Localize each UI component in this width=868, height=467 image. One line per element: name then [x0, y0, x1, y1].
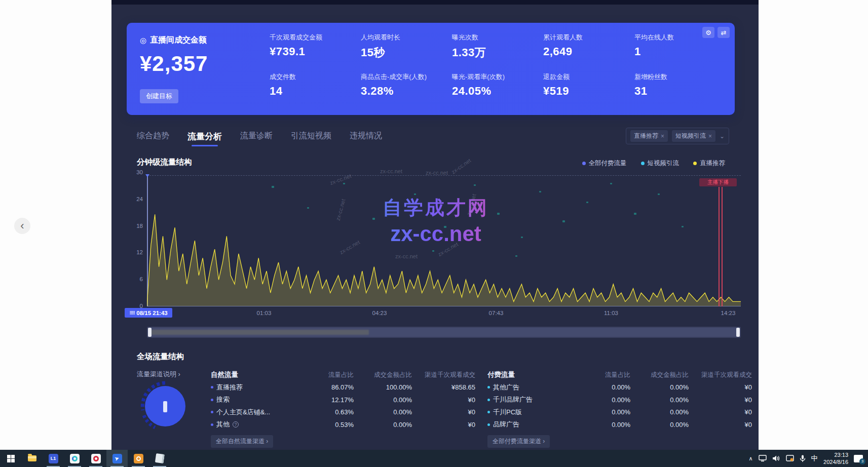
- tray-expand-chevron-icon[interactable]: ∧: [749, 455, 753, 462]
- tab-traffic-diagnosis[interactable]: 流量诊断: [240, 131, 273, 146]
- video-artifact-speck: [272, 186, 274, 188]
- table-row[interactable]: 搜索 12.17% 0.00% ¥0: [211, 394, 475, 406]
- taskbar-app-l1[interactable]: L1: [43, 450, 64, 467]
- metric: 千次观看成交金额¥739.1: [270, 33, 361, 60]
- teal-app-icon: [70, 454, 80, 463]
- taskbar-app-teal[interactable]: [64, 450, 85, 467]
- table-group-header: 自然流量: [211, 370, 298, 379]
- metric: 曝光次数1.33万: [452, 33, 543, 60]
- table-row[interactable]: 品牌广告 0.00% 0.00% ¥0: [487, 418, 752, 431]
- slider-right-handle[interactable]: [736, 328, 740, 337]
- taskbar-file-explorer[interactable]: [21, 450, 43, 467]
- tab-short-video[interactable]: 引流短视频: [291, 131, 331, 146]
- minute-section-title: 分钟级流量结构: [137, 157, 192, 168]
- video-artifact-speck: [682, 226, 684, 227]
- video-artifact-speck: [444, 226, 446, 228]
- tab-overall-trend[interactable]: 综合趋势: [137, 131, 169, 146]
- series-dot: [211, 386, 213, 388]
- gmv-main-value: ¥2,357: [140, 52, 208, 76]
- slider-left-handle[interactable]: [148, 328, 152, 337]
- minute-traffic-chart[interactable]: [147, 172, 741, 306]
- x-axis-tick: 04:23: [362, 310, 397, 316]
- taskbar-app-orange[interactable]: [128, 450, 149, 467]
- carousel-prev-button[interactable]: ‹: [14, 218, 30, 234]
- legend-item-live-recommend[interactable]: 直播推荐: [693, 159, 725, 168]
- video-artifact-speck: [343, 183, 345, 184]
- stream-end-marker-badge[interactable]: 主播下播: [699, 178, 737, 186]
- legend-dot: [641, 162, 645, 165]
- all-natural-channels-link[interactable]: 全部自然流量渠道 ›: [211, 435, 273, 448]
- close-icon[interactable]: ×: [661, 133, 664, 140]
- legend-item-paid[interactable]: 全部付费流量: [582, 159, 627, 168]
- filter-tag-label: 短视频引流: [675, 132, 706, 140]
- metric: 成交件数14: [270, 72, 361, 98]
- x-axis-tick: 07:43: [478, 310, 514, 316]
- windows-logo-icon: [7, 455, 15, 462]
- filter-tag-label: 直播推荐: [634, 132, 658, 140]
- target-icon: ◎: [140, 36, 146, 45]
- filter-tag[interactable]: 短视频引流 ×: [672, 130, 715, 142]
- legend-item-short-video[interactable]: 短视频引流: [641, 159, 680, 168]
- y-axis-ticks: 3024 1812 60: [126, 169, 143, 309]
- taskbar-app-live-companion[interactable]: ➤: [106, 450, 128, 467]
- ime-language-indicator[interactable]: 中: [811, 454, 818, 463]
- table-row[interactable]: 直播推荐 86.07% 100.00% ¥858.65: [211, 381, 475, 394]
- legend-dot: [693, 162, 697, 165]
- tab-violations[interactable]: 违规情况: [350, 131, 382, 146]
- screen: ‹ ◎ 直播间成交金额 ¥2,357 创建目标 ⚙ ⇄ 千次观看成交金额¥739…: [0, 0, 868, 467]
- orange-app-icon: [134, 454, 143, 463]
- page-app-icon: [155, 453, 164, 463]
- microphone-icon[interactable]: [800, 455, 806, 462]
- snip-tool-icon[interactable]: [786, 455, 794, 462]
- network-icon[interactable]: [759, 455, 767, 462]
- chevron-down-icon[interactable]: ⌄: [720, 133, 725, 140]
- series-dot: [487, 399, 490, 401]
- channel-explain-link[interactable]: 流量渠道说明 ›: [137, 370, 180, 379]
- window-top-strip: [111, 0, 759, 5]
- filter-tag[interactable]: 直播推荐 ×: [630, 130, 668, 142]
- chart-legend: 全部付费流量 短视频引流 直播推荐: [582, 159, 726, 168]
- table-row[interactable]: 其他广告 0.00% 0.00% ¥0: [487, 381, 752, 394]
- speaker-icon[interactable]: [772, 455, 780, 462]
- metric: 平均在线人数1: [634, 33, 726, 60]
- l1-app-icon: L1: [49, 454, 58, 463]
- start-button[interactable]: [0, 450, 21, 467]
- red-ring-app-icon: [91, 454, 101, 463]
- kpi-panel-title: 直播间成交金额: [150, 35, 207, 46]
- legend-dot: [582, 162, 586, 165]
- all-paid-channels-link[interactable]: 全部付费流量渠道 ›: [487, 435, 550, 448]
- kpi-metrics-grid: 千次观看成交金额¥739.1 人均观看时长15秒 曝光次数1.33万 累计观看人…: [270, 33, 726, 98]
- close-icon[interactable]: ×: [708, 133, 712, 140]
- video-artifact-speck: [515, 255, 517, 257]
- taskbar-app-notes[interactable]: [149, 450, 170, 467]
- x-axis-start-badge[interactable]: ⠿⠿ 08/15 21:43: [125, 308, 172, 318]
- table-row[interactable]: 其他? 0.53% 0.00% ¥0: [211, 418, 475, 431]
- metric: 退款金额¥519: [543, 72, 634, 98]
- tab-traffic-analysis[interactable]: 流量分析: [187, 131, 222, 146]
- taskbar-app-red[interactable]: [85, 450, 106, 467]
- natural-traffic-table: 自然流量 流量占比 成交金额占比 渠道千次观看成交 直播推荐 86.07% 10…: [211, 369, 475, 448]
- stream-end-marker-line: [719, 187, 720, 306]
- action-center-icon[interactable]: 3: [854, 455, 863, 462]
- taskbar-clock[interactable]: 23:13 2024/8/16: [823, 451, 848, 466]
- channel-filter-select[interactable]: 直播推荐 × 短视频引流 × ⌄: [626, 128, 729, 144]
- table-row[interactable]: 千川PC版 0.00% 0.00% ¥0: [487, 406, 752, 419]
- time-range-slider[interactable]: [147, 327, 741, 338]
- x-axis-tick: 01:03: [246, 310, 282, 316]
- table-row[interactable]: 个人主页&店铺&... 0.63% 0.00% ¥0: [211, 406, 475, 419]
- overall-section-title: 全场流量结构: [137, 352, 184, 362]
- line-chart-canvas: [147, 172, 741, 306]
- info-icon[interactable]: ?: [233, 421, 239, 427]
- metric: 人均观看时长15秒: [361, 33, 452, 60]
- metric: 新增粉丝数31: [634, 72, 726, 98]
- metric: 曝光-观看率(次数)24.05%: [452, 72, 543, 98]
- stream-end-marker-line: [722, 187, 723, 306]
- x-axis-line: [147, 306, 741, 306]
- x-axis-tick: 14:23: [710, 310, 746, 316]
- video-artifact-speck: [539, 191, 541, 192]
- create-goal-button[interactable]: 创建目标: [140, 89, 178, 103]
- table-row[interactable]: 千川品牌广告 0.00% 0.00% ¥0: [487, 394, 752, 406]
- traffic-donut-chart[interactable]: [140, 381, 191, 432]
- video-artifact-speck: [634, 213, 636, 215]
- series-dot: [487, 411, 490, 413]
